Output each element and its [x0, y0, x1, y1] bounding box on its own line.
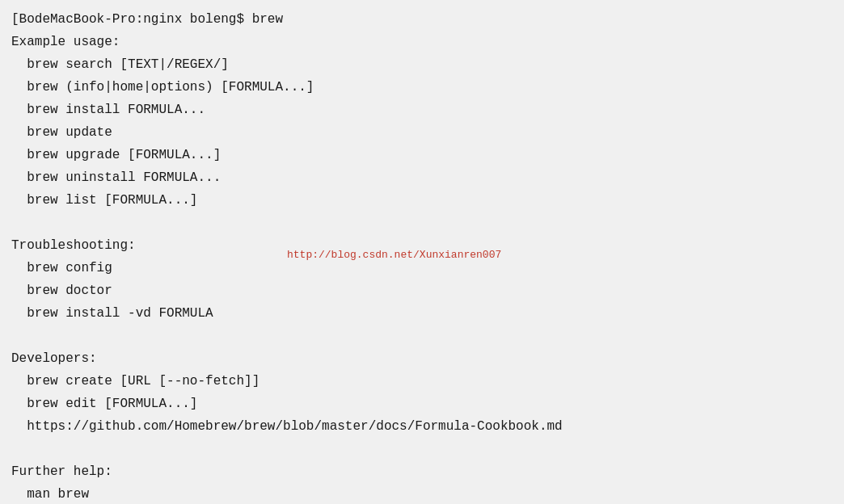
cmd-create: brew create [URL [--no-fetch]] [11, 374, 260, 388]
cmd-config: brew config [11, 261, 112, 275]
cmd-man: man brew [11, 487, 89, 502]
cmd-cookbook-url: https://github.com/Homebrew/brew/blob/ma… [11, 419, 563, 434]
cmd-doctor: brew doctor [11, 284, 112, 298]
cmd-info: brew (info|home|options) [FORMULA...] [11, 80, 314, 94]
cmd-install-vd: brew install -vd FORMULA [11, 306, 213, 321]
terminal-window: [BodeMacBook-Pro:nginx boleng$ brew Exam… [0, 0, 844, 504]
cmd-upgrade: brew upgrade [FORMULA...] [11, 148, 221, 162]
further-help-header: Further help: [11, 464, 112, 479]
prompt-line: [BodeMacBook-Pro:nginx boleng$ brew [11, 12, 283, 27]
developers-header: Developers: [11, 351, 97, 366]
cmd-search: brew search [TEXT|/REGEX/] [11, 57, 229, 72]
cmd-install: brew install FORMULA... [11, 103, 205, 117]
troubleshooting-header: Troubleshooting: [11, 238, 136, 253]
cmd-update: brew update [11, 125, 112, 140]
cmd-uninstall: brew uninstall FORMULA... [11, 170, 221, 185]
cmd-list: brew list [FORMULA...] [11, 193, 197, 208]
example-usage-header: Example usage: [11, 35, 120, 49]
cmd-edit: brew edit [FORMULA...] [11, 397, 197, 411]
